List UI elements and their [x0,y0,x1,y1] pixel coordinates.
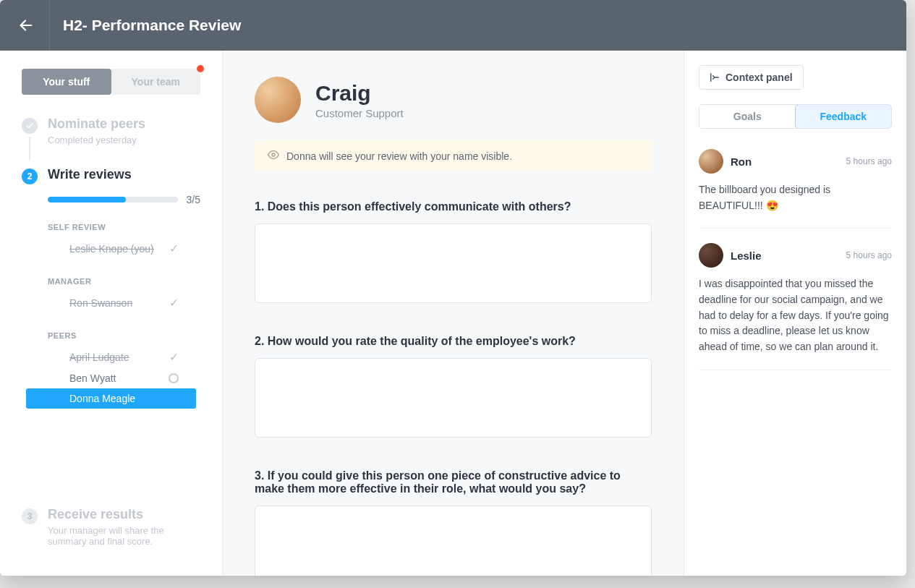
peer-review-row[interactable]: Donna Meagle [26,388,196,409]
question-block: 2. How would you rate the quality of the… [255,335,652,440]
manager-review-row[interactable]: Ron Swanson ✓ [22,291,200,314]
feedback-time: 5 hours ago [846,156,892,166]
sidebar: Your stuff Your team Nominate peers Comp… [0,51,223,576]
progress-bar [48,197,178,203]
question-block: 1. Does this person effectively communic… [255,200,652,306]
person-name: April Ludgate [69,351,129,363]
context-tabs: Goals Feedback [699,104,892,129]
section-manager-label: MANAGER [48,277,200,286]
step-receive-results: 3 Receive results Your manager will shar… [0,507,222,547]
feedback-item: Leslie5 hours agoI was disappointed that… [699,243,892,370]
step-nominate-peers[interactable]: Nominate peers Completed yesterday [0,116,222,145]
page-title: H2- Performance Review [63,17,241,34]
answer-textarea[interactable] [255,506,652,576]
feedback-body: The billboard you designed is BEAUTIFUL!… [699,182,892,213]
feedback-author: Ron [731,155,752,168]
feedback-body: I was disappointed that you missed the d… [699,276,892,354]
svg-point-1 [272,153,275,156]
check-circle-icon [22,118,38,134]
back-button[interactable] [14,14,38,37]
reviewee-header: Craig Customer Support [255,77,652,123]
progress-fill [48,197,126,203]
review-form: Craig Customer Support Donna will see yo… [223,51,684,576]
tab-your-team-label: Your team [132,76,180,88]
check-icon: ✓ [169,350,179,364]
question-label: 1. Does this person effectively communic… [255,200,652,213]
progress-row: 3/5 [48,194,200,205]
step-connector [29,137,30,160]
step-number-badge: 2 [22,169,38,184]
section-self-review-label: SELF REVIEW [48,223,200,231]
progress-text: 3/5 [187,194,200,205]
person-name: Ben Wyatt [69,372,116,384]
tab-feedback[interactable]: Feedback [795,104,893,129]
arrow-left-icon [18,17,34,33]
person-name: Ron Swanson [69,297,132,309]
app-window: H2- Performance Review Your stuff Your t… [0,0,906,576]
question-block: 3. If you could give this person one pie… [255,469,652,576]
step-title: Nominate peers [48,116,200,132]
step-title: Receive results [48,507,200,522]
topbar: H2- Performance Review [0,0,906,51]
check-icon: ✓ [169,242,179,255]
feedback-item: Ron5 hours agoThe billboard you designed… [699,149,892,229]
question-label: 3. If you could give this person one pie… [255,469,652,495]
main-layout: Your stuff Your team Nominate peers Comp… [0,51,906,576]
tab-goals[interactable]: Goals [699,105,796,128]
question-label: 2. How would you rate the quality of the… [255,335,652,348]
person-name: Leslie Knope (you) [69,243,154,255]
step-number-badge: 3 [22,508,38,524]
divider [49,0,50,51]
panel-collapse-icon [710,72,720,82]
tab-your-stuff[interactable]: Your stuff [22,69,111,95]
feedback-time: 5 hours ago [846,250,892,260]
peer-review-row[interactable]: April Ludgate✓ [22,346,200,368]
person-name: Donna Meagle [69,393,135,404]
unchecked-circle-icon [169,373,179,383]
feedback-header: Ron5 hours ago [699,149,892,174]
sidebar-tabs: Your stuff Your team [22,69,200,95]
tab-your-team[interactable]: Your team [111,69,201,95]
avatar [699,149,723,174]
context-panel-label: Context panel [725,72,793,83]
feedback-list: Ron5 hours agoThe billboard you designed… [699,149,892,385]
feedback-header: Leslie5 hours ago [699,243,892,268]
section-peers-label: PEERS [48,331,200,340]
check-icon: ✓ [169,296,179,310]
notice-text: Donna will see your review with your nam… [286,150,512,162]
avatar [699,243,723,268]
feedback-author: Leslie [731,250,762,262]
context-panel-toggle[interactable]: Context panel [699,65,804,90]
answer-textarea[interactable] [255,223,652,303]
notification-dot-icon [197,65,204,72]
step-subtitle: Your manager will share the summary and … [48,525,200,547]
context-panel: Context panel Goals Feedback Ron5 hours … [684,51,906,576]
step-title: Write reviews [48,167,200,182]
visibility-notice: Donna will see your review with your nam… [255,140,652,171]
peer-review-row[interactable]: Ben Wyatt [22,368,200,388]
self-review-row[interactable]: Leslie Knope (you) ✓ [22,237,200,260]
reviewee-name: Craig [315,81,404,106]
answer-textarea[interactable] [255,358,652,438]
eye-icon [268,149,279,163]
reviewee-role: Customer Support [315,107,404,119]
step-write-reviews: 2 Write reviews 3/5 SELF REVIEW Leslie K… [0,167,222,416]
step-subtitle: Completed yesterday [48,135,200,145]
avatar [255,77,301,123]
